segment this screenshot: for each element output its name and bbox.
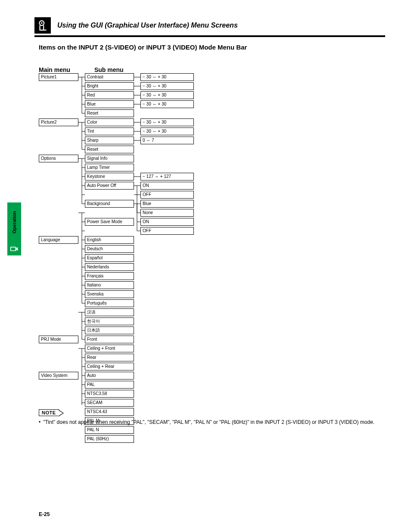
sub-menu-item: PAL (85, 381, 134, 389)
sub-menu-item: Svenska (85, 290, 134, 298)
page-number: E-25 (39, 511, 50, 517)
column-headers: Main menu Sub menu (39, 66, 124, 73)
sub-menu-item: Nederlands (85, 263, 134, 271)
sub-menu-item: Reset (85, 146, 134, 153)
sub-menu-item: Power Save Mode (85, 218, 134, 226)
value-range: − 127 ↔ + 127 (140, 173, 194, 180)
note-text: "Tint" does not appear when receiving "P… (43, 419, 374, 426)
note-block: NOTE • "Tint" does not appear when recei… (39, 409, 385, 426)
sub-menu-item: Auto Power Off (85, 182, 134, 190)
option-value: ON (140, 218, 194, 226)
value-range: − 30 ↔ + 30 (140, 128, 194, 135)
sub-menu-item: Blue (85, 100, 134, 108)
sub-menu-item: Red (85, 91, 134, 99)
sub-menu-item: Español (85, 254, 134, 262)
option-value: ON (140, 182, 194, 190)
main-menu-item: PRJ Mode (39, 336, 78, 343)
sub-menu-item: Ceiling + Front (85, 345, 134, 352)
header-rule (34, 35, 385, 37)
option-value: OFF (140, 191, 194, 199)
sub-menu-item: Rear (85, 354, 134, 361)
sub-menu-item: Background (85, 200, 134, 208)
sub-menu-item: 日本語 (85, 327, 134, 334)
sub-menu-item: Auto (85, 372, 134, 380)
main-menu-item: Options (39, 155, 78, 162)
sub-menu-item: NTSC3.58 (85, 390, 134, 398)
sub-menu-item: Italiano (85, 281, 134, 289)
sub-menu-item: Ceiling + Rear (85, 363, 134, 370)
main-menu-item: Picture1 (39, 73, 78, 81)
sub-menu-item: Keystone (85, 173, 134, 180)
svg-rect-0 (11, 247, 16, 251)
sub-menu-item: Signal Info (85, 155, 134, 162)
sub-menu-item: Deutsch (85, 245, 134, 253)
sub-menu-item: Français (85, 272, 134, 280)
sub-menu-item: PAL (60Hz) (85, 435, 134, 443)
bullet-icon: • (39, 419, 40, 426)
value-range: − 30 ↔ + 30 (140, 118, 194, 126)
sub-menu-item: Bright (85, 82, 134, 90)
sub-menu-item: Reset (85, 109, 134, 117)
sub-menu-item: Lamp Timer (85, 164, 134, 171)
section-subtitle: Items on the INPUT 2 (S-VIDEO) or INPUT … (39, 43, 247, 52)
sub-menu-item: English (85, 236, 134, 244)
svg-point-2 (41, 22, 42, 24)
option-value: OFF (140, 227, 194, 235)
sub-menu-item: 한국어 (85, 317, 134, 325)
sub-menu-item: PAL N (85, 426, 134, 434)
sub-menu-item: Color (85, 118, 134, 126)
main-menu-item: Language (39, 236, 78, 244)
sub-menu-item: Front (85, 336, 134, 343)
value-range: − 30 ↔ + 30 (140, 91, 194, 99)
value-range: − 30 ↔ + 30 (140, 73, 194, 81)
sub-menu-item: Sharp (85, 137, 134, 144)
operation-icon (7, 242, 21, 255)
side-section-label: Operation (7, 202, 21, 242)
note-badge: NOTE (39, 409, 59, 416)
option-value: Blue (140, 200, 194, 208)
sub-menu-item: SECAM (85, 399, 134, 407)
value-range: − 30 ↔ + 30 (140, 82, 194, 90)
sub-menu-item: 汉语 (85, 308, 134, 316)
page-header-title: Using the GUI (Graphical User Interface)… (57, 22, 385, 29)
main-menu-item: Picture2 (39, 118, 78, 126)
sub-menu-item: Tint (85, 128, 134, 135)
projector-icon (34, 17, 51, 34)
main-menu-item: Video System (39, 372, 78, 380)
value-range: − 30 ↔ + 30 (140, 100, 194, 108)
sub-menu-item: Contrast (85, 73, 134, 81)
option-value: None (140, 209, 194, 217)
sub-menu-item: Português (85, 299, 134, 307)
menu-tree: Picture1 Contrast− 30 ↔ + 30 Bright− 30 … (39, 73, 194, 443)
value-range: 0 ↔ 7 (140, 137, 194, 144)
